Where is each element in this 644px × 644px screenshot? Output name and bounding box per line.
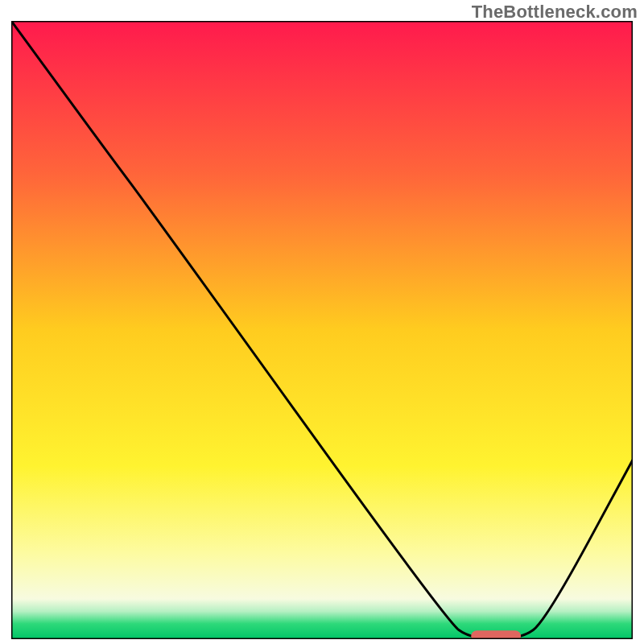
chart-background xyxy=(11,21,633,639)
chart-svg xyxy=(11,21,633,639)
optimal-marker xyxy=(471,630,521,639)
bottleneck-chart: TheBottleneck.com xyxy=(0,0,644,644)
attribution-text: TheBottleneck.com xyxy=(472,2,638,23)
